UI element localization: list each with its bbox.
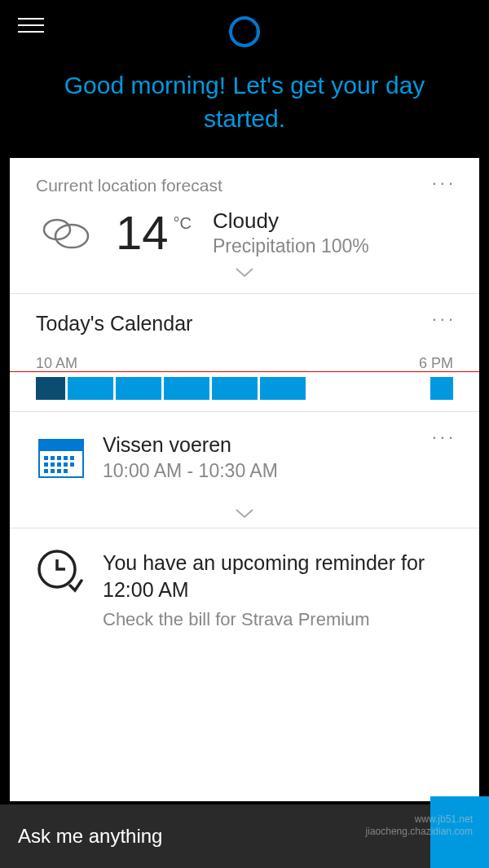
event-card[interactable]: ··· Vissen voeren 10:00 AM - 10:30 AM [10, 412, 479, 528]
chevron-down-icon[interactable] [36, 508, 453, 523]
svg-rect-14 [44, 469, 48, 473]
calendar-card[interactable]: ··· Today's Calendar 10 AM 6 PM [10, 294, 479, 412]
temperature-value: 14 [116, 209, 169, 256]
svg-rect-8 [70, 456, 74, 460]
calendar-title: Today's Calendar [36, 312, 453, 335]
precipitation-text: Precipitation 100% [213, 235, 453, 257]
cloudy-icon [36, 207, 95, 259]
svg-rect-10 [51, 462, 55, 467]
menu-button[interactable] [18, 18, 44, 33]
reminder-title: You have an upcoming reminder for 12:00 … [103, 550, 453, 603]
calendar-start-time: 10 AM [36, 355, 77, 372]
event-time: 10:00 AM - 10:30 AM [103, 460, 453, 482]
svg-rect-6 [57, 456, 61, 460]
svg-rect-9 [44, 462, 48, 467]
cortana-logo-icon[interactable] [229, 16, 260, 47]
svg-point-1 [55, 225, 88, 248]
svg-rect-7 [64, 456, 68, 460]
svg-rect-17 [64, 469, 68, 473]
weather-card[interactable]: ··· Current location forecast 14 °C Clou… [10, 158, 479, 294]
cards-container: ··· Current location forecast 14 °C Clou… [10, 158, 479, 801]
search-placeholder[interactable]: Ask me anything [18, 825, 162, 848]
weather-condition: Cloudy [213, 208, 453, 234]
weather-card-menu[interactable]: ··· [432, 173, 456, 194]
temperature-unit: °C [174, 214, 192, 233]
svg-rect-5 [51, 456, 55, 460]
watermark: www.jb51.net jiaocheng.chazidian.com [366, 813, 473, 839]
calendar-end-time: 6 PM [419, 355, 453, 372]
svg-rect-3 [39, 440, 83, 451]
svg-rect-12 [64, 462, 68, 467]
svg-rect-15 [51, 469, 55, 473]
greeting-text: Good morning! Let's get your day started… [0, 53, 489, 158]
calendar-card-menu[interactable]: ··· [432, 309, 456, 330]
event-title: Vissen voeren [103, 433, 453, 457]
reminder-subtitle: Check the bill for Strava Premium [103, 609, 453, 630]
calendar-bar [36, 377, 453, 400]
svg-rect-16 [57, 469, 61, 473]
event-card-menu[interactable]: ··· [432, 427, 456, 448]
calendar-icon [36, 432, 86, 485]
svg-rect-11 [57, 462, 61, 467]
svg-rect-4 [44, 456, 48, 460]
weather-header: Current location forecast [36, 176, 453, 195]
chevron-down-icon[interactable] [36, 267, 453, 282]
reminder-card[interactable]: You have an upcoming reminder for 12:00 … [10, 528, 479, 650]
svg-rect-13 [70, 462, 74, 467]
reminder-clock-icon [36, 548, 83, 598]
